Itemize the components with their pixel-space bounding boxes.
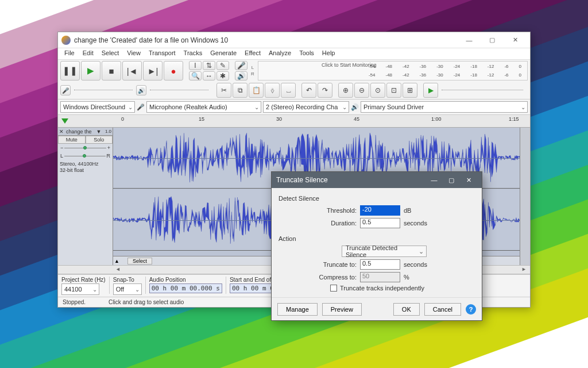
rec-meter-mic-icon[interactable]: 🎤	[235, 61, 247, 70]
menu-effect[interactable]: Effect	[241, 48, 265, 59]
zoom-sel-icon[interactable]: ⊙	[370, 83, 385, 98]
silence-icon[interactable]: ⎵	[281, 83, 296, 98]
envelope-tool-icon[interactable]: ⇅	[203, 61, 215, 70]
play-speed-slider[interactable]	[439, 86, 525, 94]
status-state: Stopped.	[63, 299, 86, 305]
track-menu-dropdown[interactable]: ▼	[95, 129, 102, 135]
redo-icon[interactable]: ↷	[318, 83, 332, 98]
zoom-in-icon[interactable]: ⊕	[338, 83, 353, 98]
copy-icon[interactable]: ⧉	[233, 83, 247, 98]
menu-view[interactable]: View	[123, 48, 145, 59]
rec-channels-combo[interactable]: 2 (Stereo) Recording Cha	[263, 101, 349, 113]
close-button[interactable]: ✕	[504, 33, 527, 48]
monitor-hint[interactable]: Click to Start Monitoring	[322, 62, 377, 68]
zoom-toggle-icon[interactable]: ⊞	[403, 83, 417, 98]
rec-device-combo[interactable]: Microphone (Realtek Audio)	[146, 101, 261, 113]
maximize-button[interactable]: ▢	[481, 33, 504, 48]
snap-to-combo[interactable]: Off	[113, 283, 142, 295]
menu-transport[interactable]: Transport	[145, 48, 180, 59]
draw-tool-icon[interactable]: ✎	[216, 61, 229, 70]
menu-help[interactable]: Help	[318, 48, 339, 59]
action-combo[interactable]: Truncate Detected Silence	[342, 246, 427, 257]
play-device-combo[interactable]: Primary Sound Driver	[361, 101, 528, 113]
timeline-ruler[interactable]: 01530451:001:15	[58, 115, 530, 128]
dialog-minimize-button[interactable]: —	[425, 177, 443, 183]
duration-label: Duration:	[313, 220, 357, 227]
gain-slider[interactable]: −+	[58, 144, 113, 152]
menu-tools[interactable]: Tools	[295, 48, 318, 59]
toolbars: ❚❚ ▶ ■ |◄ ►| ● I ⇅ ✎ 🔍 ↔ ✱ 🎤	[58, 60, 530, 99]
solo-button[interactable]: Solo	[86, 136, 113, 144]
menu-tracks[interactable]: Tracks	[180, 48, 207, 59]
play-at-speed-button[interactable]: ▶	[423, 83, 438, 98]
independent-checkbox[interactable]	[330, 285, 337, 292]
undo-icon[interactable]: ↶	[301, 83, 316, 98]
independent-label: Truncate tracks independently	[340, 285, 424, 292]
snap-to-label: Snap-To	[113, 277, 142, 283]
compress-to-unit: %	[404, 274, 409, 281]
meter-r-label: R	[249, 71, 257, 76]
level-meters[interactable]: -54-48-42-36-30-24-18-12-60 -54-48-42-36…	[258, 61, 528, 80]
audio-position-field[interactable]: 00 h 00 m 00.000 s	[149, 283, 222, 293]
project-rate-combo[interactable]: 44100	[61, 283, 99, 295]
cut-icon[interactable]: ✂	[216, 83, 231, 98]
meter-l-label: L	[249, 65, 257, 70]
truncate-to-input[interactable]: 0.5	[360, 259, 400, 270]
zoom-out-icon[interactable]: ⊖	[354, 83, 369, 98]
record-button[interactable]: ●	[164, 61, 183, 80]
play-volume-slider[interactable]	[148, 86, 211, 94]
select-arrow[interactable]: ▲	[114, 258, 119, 264]
threshold-unit: dB	[404, 207, 411, 214]
truncate-to-unit: seconds	[404, 261, 427, 268]
menu-generate[interactable]: Generate	[206, 48, 241, 59]
stop-button[interactable]: ■	[102, 61, 121, 80]
pause-button[interactable]: ❚❚	[60, 61, 80, 80]
menu-file[interactable]: File	[60, 48, 79, 59]
select-track-button[interactable]: Select	[127, 258, 152, 264]
zoom-tool-icon[interactable]: 🔍	[189, 71, 202, 80]
multi-tool-icon[interactable]: ✱	[216, 71, 229, 80]
dialog-titlebar[interactable]: Truncate Silence — ▢ ✕	[272, 172, 482, 188]
skip-end-button[interactable]: ►|	[143, 61, 163, 80]
timeshift-tool-icon[interactable]: ↔	[203, 71, 215, 80]
menu-select[interactable]: Select	[98, 48, 123, 59]
compress-to-label: Compress to:	[313, 274, 357, 281]
threshold-input[interactable]: -20	[360, 205, 400, 216]
track-name[interactable]: change the	[65, 129, 95, 135]
detect-silence-label: Detect Silence	[278, 195, 475, 202]
rec-volume-slider[interactable]	[72, 86, 135, 94]
menu-edit[interactable]: Edit	[79, 48, 98, 59]
cancel-button[interactable]: Cancel	[424, 303, 461, 316]
ok-button[interactable]: OK	[393, 303, 420, 316]
app-icon	[61, 36, 71, 45]
duration-input[interactable]: 0.5	[360, 218, 400, 228]
menu-analyze[interactable]: Analyze	[265, 48, 295, 59]
audio-host-combo[interactable]: Windows DirectSound	[60, 101, 135, 113]
help-button[interactable]: ?	[466, 304, 476, 315]
selection-tool-icon[interactable]: I	[189, 61, 202, 70]
preview-button[interactable]: Preview	[322, 303, 362, 316]
skip-start-button[interactable]: |◄	[122, 61, 142, 80]
manage-button[interactable]: Manage	[277, 303, 318, 316]
play-meter-speaker-icon[interactable]: 🔊	[235, 71, 247, 80]
zoom-fit-icon[interactable]: ⊡	[386, 83, 401, 98]
mic-icon: 🎤	[137, 103, 145, 111]
playhead-icon[interactable]	[61, 118, 68, 124]
titlebar[interactable]: change the 'Created' date for a file on …	[58, 32, 530, 48]
vertical-scrollbar[interactable]	[520, 128, 530, 265]
audio-position-label: Audio Position	[149, 277, 222, 283]
track-close-button[interactable]: ✕	[58, 129, 65, 135]
speaker-icon: 🔊	[351, 103, 359, 111]
threshold-label: Threshold:	[313, 207, 357, 214]
play-button[interactable]: ▶	[81, 61, 100, 80]
track-control-panel: ✕ change the ▼ 1.0 Mute Solo −+ LR Stere…	[58, 128, 113, 265]
dialog-close-button[interactable]: ✕	[460, 177, 477, 184]
trim-icon[interactable]: ⎀	[265, 83, 280, 98]
minimize-button[interactable]: —	[458, 33, 481, 48]
truncate-to-label: Truncate to:	[313, 261, 357, 268]
dialog-maximize-button[interactable]: ▢	[443, 177, 460, 184]
rec-vol-mic-icon: 🎤	[60, 85, 71, 95]
pan-slider[interactable]: LR	[58, 152, 113, 160]
paste-icon[interactable]: 📋	[249, 83, 264, 98]
mute-button[interactable]: Mute	[58, 136, 86, 144]
